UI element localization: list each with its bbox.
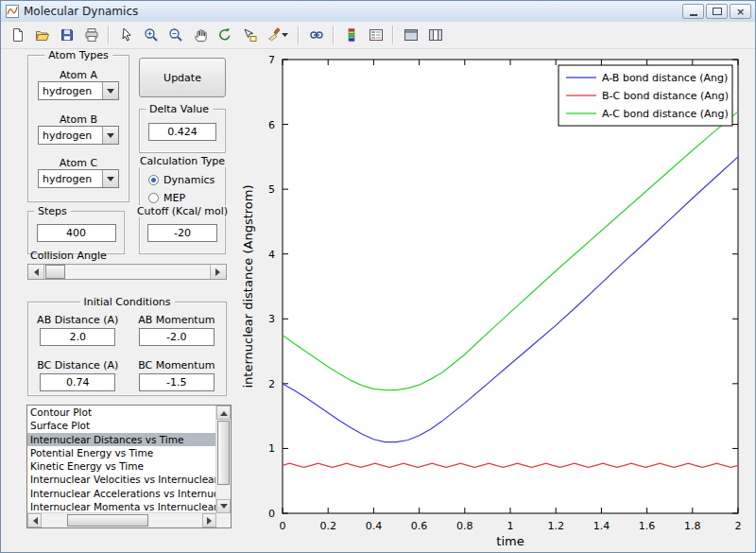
close-button[interactable]: × (730, 4, 751, 19)
svg-text:1.6: 1.6 (639, 520, 656, 532)
svg-text:3: 3 (268, 313, 275, 325)
minimize-icon (690, 14, 697, 16)
bc-distance-field[interactable] (40, 373, 115, 391)
svg-text:1: 1 (507, 520, 514, 532)
svg-text:2: 2 (268, 378, 275, 390)
list-item[interactable]: Internuclear Distances vs Time (27, 433, 216, 446)
scroll-up-button[interactable] (216, 406, 231, 420)
delta-value-field[interactable] (148, 123, 216, 141)
zoom-out-button[interactable] (163, 24, 187, 47)
print-figure-button[interactable] (79, 24, 103, 47)
new-figure-button[interactable] (6, 24, 29, 47)
cutoff-field[interactable] (147, 224, 217, 242)
dynamics-radio[interactable] (148, 175, 159, 185)
zoom-in-button[interactable] (139, 24, 163, 47)
arrow-left-icon (29, 517, 38, 525)
list-item[interactable]: Internuclear Velocities vs Internuclear … (27, 473, 216, 486)
list-item[interactable]: Internuclear Accelerations vs Internucle… (27, 487, 216, 500)
hide-plot-tools-icon (404, 27, 419, 43)
svg-text:1: 1 (268, 442, 275, 455)
horizontal-scrollbar[interactable] (27, 512, 216, 527)
chevron-down-icon[interactable] (102, 82, 118, 99)
show-plot-tools-button[interactable] (423, 24, 447, 47)
svg-text:0: 0 (280, 520, 286, 532)
edit-plot-button[interactable] (114, 24, 138, 47)
delta-value-panel: Delta Value (139, 109, 226, 153)
minimize-button[interactable] (682, 4, 704, 19)
save-icon (60, 27, 75, 43)
edit-plot-icon (119, 27, 134, 43)
ab-momentum-field[interactable] (139, 328, 215, 346)
update-button[interactable]: Update (139, 58, 226, 97)
svg-text:1.4: 1.4 (593, 520, 610, 532)
atom-a-group: Atom A hydrogen (28, 69, 129, 100)
list-item[interactable]: Contour Plot (27, 406, 216, 419)
cutoff-title: Cutoff (Kcal/ mol) (133, 205, 232, 217)
atom-c-group: Atom C hydrogen (28, 157, 129, 188)
atom-c-dropdown[interactable]: hydrogen (38, 169, 119, 188)
svg-text:0.2: 0.2 (319, 520, 336, 532)
scroll-down-button[interactable] (216, 499, 231, 513)
collision-angle-slider[interactable] (27, 264, 227, 280)
atom-c-dropdown-value: hydrogen (39, 170, 102, 187)
bc-distance-label: BC Distance (A) (28, 359, 128, 372)
rotate-3d-button[interactable] (213, 24, 236, 47)
save-figure-button[interactable] (55, 24, 78, 47)
scrollbar-corner (216, 513, 231, 527)
chevron-down-icon[interactable] (102, 127, 118, 144)
atom-a-dropdown-value: hydrogen (39, 82, 102, 99)
svg-text:1.2: 1.2 (547, 520, 564, 532)
bc-momentum-group: BC Momentum (128, 359, 227, 396)
hide-plot-tools-button[interactable] (399, 24, 422, 47)
scroll-right-button[interactable] (202, 513, 216, 527)
delta-value-title: Delta Value (146, 103, 213, 115)
atom-b-dropdown[interactable]: hydrogen (38, 126, 119, 145)
brush-button[interactable] (262, 24, 293, 47)
calculation-type-title: Calculation Type (136, 155, 229, 167)
zoom-in-icon (144, 27, 159, 43)
svg-text:0.6: 0.6 (411, 520, 428, 532)
insert-colorbar-button[interactable] (339, 24, 363, 47)
link-plots-button[interactable] (304, 24, 328, 47)
arrow-up-icon (220, 407, 228, 416)
slider-thumb[interactable] (45, 265, 65, 279)
bc-distance-group: BC Distance (A) (28, 359, 128, 396)
app-icon (6, 5, 19, 18)
atom-b-label: Atom B (28, 113, 129, 126)
plot-axes: 00.20.40.60.811.21.41.61.8201234567timei… (237, 48, 755, 553)
vertical-scrollbar[interactable] (215, 406, 231, 513)
list-item[interactable]: Surface Plot (27, 419, 216, 432)
initial-conditions-panel: Initial Conditions AB Distance (A) AB Mo… (27, 302, 227, 396)
vertical-scroll-thumb[interactable] (217, 421, 230, 485)
svg-text:1.8: 1.8 (684, 520, 701, 532)
show-plot-tools-icon (428, 27, 443, 43)
mep-radio-row[interactable]: MEP (148, 192, 225, 204)
svg-text:0.8: 0.8 (456, 520, 473, 532)
horizontal-scroll-thumb[interactable] (67, 514, 148, 527)
list-item[interactable]: Kinetic Energy vs Time (27, 459, 216, 473)
mep-radio[interactable] (148, 193, 159, 203)
scroll-left-button[interactable] (27, 513, 42, 527)
data-cursor-button[interactable] (237, 24, 261, 47)
pan-button[interactable] (188, 24, 212, 47)
list-item[interactable]: Internuclear Momenta vs Internuclear Dis… (27, 500, 216, 513)
open-file-button[interactable] (30, 24, 54, 47)
bc-momentum-field[interactable] (139, 373, 215, 391)
ab-distance-field[interactable] (40, 328, 115, 346)
insert-legend-button[interactable] (364, 24, 387, 47)
slider-track[interactable] (44, 265, 210, 279)
title-bar[interactable]: Molecular Dynamics × (1, 1, 755, 23)
ab-momentum-group: AB Momentum (128, 314, 227, 351)
chevron-down-icon[interactable] (102, 170, 118, 187)
maximize-button[interactable] (706, 4, 728, 19)
svg-text:4: 4 (268, 249, 275, 261)
atom-c-label: Atom C (28, 157, 129, 169)
svg-text:0.4: 0.4 (366, 520, 383, 532)
slider-left-arrow[interactable] (28, 265, 44, 279)
dynamics-radio-row[interactable]: Dynamics (148, 174, 225, 186)
slider-right-arrow[interactable] (210, 265, 226, 279)
list-item[interactable]: Potential Energy vs Time (27, 446, 216, 459)
atom-a-dropdown[interactable]: hydrogen (38, 81, 119, 100)
arrow-left-icon (30, 268, 39, 276)
steps-field[interactable] (37, 224, 116, 242)
